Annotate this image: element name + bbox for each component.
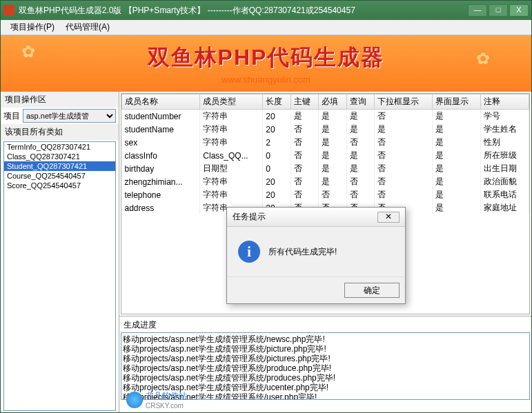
class-list-item[interactable]: Course_QQ254540457 — [4, 171, 115, 181]
column-header[interactable]: 成员类型 — [200, 94, 263, 110]
progress-section: 生成进度 移动projects/asp.net学生成绩管理系统/newsc.ph… — [119, 316, 531, 412]
project-section-label: 项目操作区 — [1, 92, 119, 108]
left-panel: 项目操作区 项目 asp.net学生成绩管 该项目所有类如 TermInfo_Q… — [1, 92, 119, 412]
table-cell: 0 — [263, 162, 290, 175]
log-line: 移动projects/asp.net学生成绩管理系统/picture.php完毕… — [123, 344, 528, 354]
table-row[interactable]: zhengzhimian...字符串20否是否否是政治面貌 — [122, 175, 529, 188]
progress-label: 生成进度 — [121, 318, 530, 332]
dialog-close-button[interactable]: ✕ — [377, 212, 400, 223]
watermark-name: 非凡软件站 — [146, 390, 187, 402]
column-header[interactable]: 长度 — [263, 94, 290, 110]
class-list-item[interactable]: Class_QQ287307421 — [4, 152, 115, 161]
app-icon — [3, 5, 14, 16]
table-cell: 否 — [290, 175, 318, 188]
table-cell: 否 — [346, 175, 374, 188]
table-cell: telephone — [122, 188, 200, 201]
watermark-domain: CRSKY.com — [146, 402, 187, 410]
column-header[interactable]: 注释 — [481, 94, 529, 110]
table-cell: 否 — [374, 188, 432, 201]
table-cell: studentNumber — [122, 110, 200, 123]
table-cell: 是 — [433, 149, 481, 162]
project-select[interactable]: asp.net学生成绩管 — [23, 109, 116, 123]
table-cell: 20 — [263, 188, 290, 201]
table-cell: 是 — [319, 175, 346, 188]
table-cell: sex — [122, 136, 200, 149]
maximize-button[interactable]: □ — [489, 4, 508, 17]
classlist-section-label: 该项目所有类如 — [1, 124, 119, 140]
table-row[interactable]: classInfoClass_QQ...0否是是否是所在班级 — [122, 149, 529, 162]
menu-project[interactable]: 项目操作(P) — [5, 20, 60, 34]
class-list-item[interactable]: Student_QQ287307421 — [4, 161, 115, 171]
class-list-item[interactable]: TermInfo_QQ287307421 — [4, 142, 115, 152]
table-cell: 是 — [433, 188, 481, 201]
table-cell: Class_QQ... — [200, 149, 263, 162]
column-header[interactable]: 主键 — [290, 94, 318, 110]
menubar: 项目操作(P) 代码管理(A) — [1, 20, 531, 35]
table-cell: 是 — [433, 201, 481, 214]
table-cell: 是 — [290, 110, 318, 123]
table-cell: birthday — [122, 162, 200, 175]
log-line: 移动projects/asp.net学生成绩管理系统/pictures.php完… — [123, 354, 528, 363]
table-cell: 出生日期 — [481, 162, 529, 175]
members-table: 成员名称成员类型长度主键必填查询下拉框显示界面显示注释 studentNumbe… — [121, 94, 529, 214]
close-button[interactable]: X — [509, 4, 529, 17]
table-cell: 字符串 — [200, 136, 263, 149]
table-cell: 20 — [263, 123, 290, 136]
dialog-footer: 确定 — [227, 276, 405, 303]
banner-title: 双鱼林PHP代码生成器 — [148, 43, 385, 73]
column-header[interactable]: 必填 — [319, 94, 346, 110]
table-cell: 政治面貌 — [481, 175, 529, 188]
table-row[interactable]: birthday日期型0否是是否是出生日期 — [122, 162, 529, 175]
column-header[interactable]: 界面显示 — [433, 94, 481, 110]
dialog-title-text: 任务提示 — [233, 211, 266, 223]
table-cell: 所在班级 — [481, 149, 529, 162]
titlebar[interactable]: 双鱼林PHP代码生成器2.0版 【PHP+Smarty技术】 ---------… — [1, 1, 531, 20]
log-line: 移动projects/asp.net学生成绩管理系统/newsc.php完毕! — [123, 334, 528, 344]
ok-button[interactable]: 确定 — [344, 283, 400, 298]
table-cell: 否 — [374, 175, 432, 188]
table-row[interactable]: studentNumber字符串20是是是否是学号 — [122, 110, 529, 123]
table-cell: 性别 — [481, 136, 529, 149]
column-header[interactable]: 下拉框显示 — [374, 94, 432, 110]
watermark: 非凡软件站 CRSKY.com — [126, 390, 187, 410]
table-cell: 否 — [374, 162, 432, 175]
table-row[interactable]: sex字符串2否是否否是性别 — [122, 136, 529, 149]
table-row[interactable]: studentName字符串20否是是是是学生姓名 — [122, 123, 529, 136]
table-cell: 否 — [290, 149, 318, 162]
table-cell: 是 — [319, 162, 346, 175]
banner: 双鱼林PHP代码生成器 www.shuangyulin.com — [1, 35, 531, 92]
table-cell: 家庭地址 — [481, 201, 529, 214]
table-cell: 是 — [433, 110, 481, 123]
table-cell: 是 — [433, 123, 481, 136]
minimize-button[interactable]: — — [468, 4, 487, 17]
table-cell: 否 — [374, 149, 432, 162]
log-line: 移动projects/asp.net学生成绩管理系统/produce.php完毕… — [123, 363, 528, 373]
table-header-row: 成员名称成员类型长度主键必填查询下拉框显示界面显示注释 — [122, 94, 529, 110]
table-cell: 字符串 — [200, 175, 263, 188]
column-header[interactable]: 查询 — [346, 94, 374, 110]
column-header[interactable]: 成员名称 — [122, 94, 200, 110]
table-cell: 是 — [433, 136, 481, 149]
table-cell: 是 — [433, 175, 481, 188]
table-cell: 20 — [263, 110, 290, 123]
table-cell: 联系电话 — [481, 188, 529, 201]
table-cell: 否 — [290, 188, 318, 201]
dialog-message: 所有代码生成完毕! — [268, 246, 337, 258]
table-cell: 是 — [319, 136, 346, 149]
menu-code[interactable]: 代码管理(A) — [60, 20, 115, 34]
table-cell: 字符串 — [200, 188, 263, 201]
info-icon: i — [238, 241, 260, 263]
window-title: 双鱼林PHP代码生成器2.0版 【PHP+Smarty技术】 ---------… — [19, 5, 468, 17]
table-cell: 否 — [346, 188, 374, 201]
class-list-item[interactable]: Score_QQ254540457 — [4, 181, 115, 190]
class-list[interactable]: TermInfo_QQ287307421Class_QQ287307421Stu… — [3, 141, 116, 411]
table-cell: 字符串 — [200, 123, 263, 136]
watermark-logo-icon — [126, 392, 143, 408]
dialog-titlebar[interactable]: 任务提示 ✕ — [227, 208, 405, 227]
table-cell: 是 — [346, 123, 374, 136]
table-cell: 否 — [290, 136, 318, 149]
table-row[interactable]: telephone字符串20否否否否是联系电话 — [122, 188, 529, 201]
banner-url: www.shuangyulin.com — [221, 74, 311, 85]
table-cell: 是 — [319, 123, 346, 136]
table-cell: zhengzhimian... — [122, 175, 200, 188]
